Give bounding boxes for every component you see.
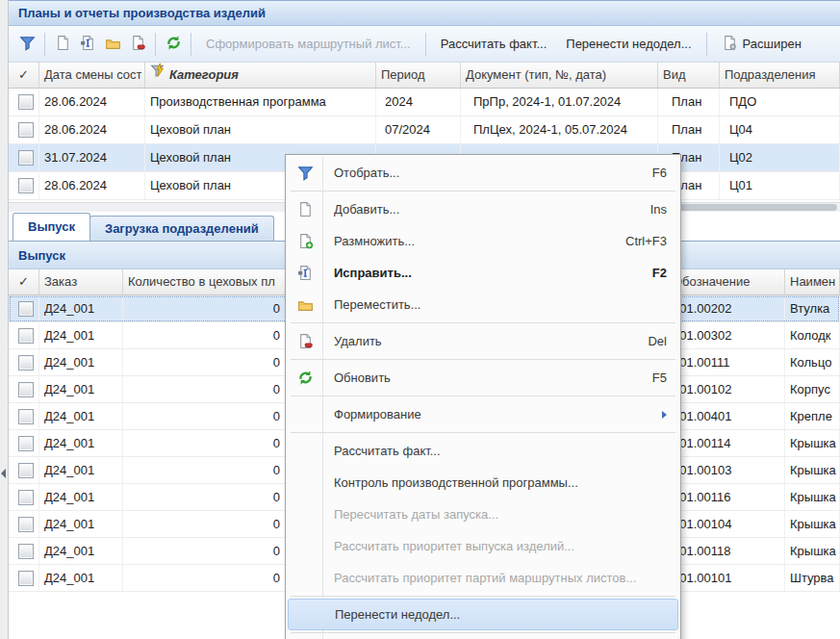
tab-vypusk[interactable]: Выпуск bbox=[13, 213, 90, 241]
column-header-document[interactable]: Документ (тип, №, дата) bbox=[461, 63, 658, 88]
cell-order: Д24_001 bbox=[39, 484, 123, 510]
menu-item-label: Рассчитать приоритет партий маршрутных л… bbox=[334, 571, 667, 585]
splitter-collapse-left-icon[interactable] bbox=[1, 469, 6, 478]
cell-kind: План bbox=[658, 89, 720, 115]
column-header-date[interactable]: Дата смены сост bbox=[39, 63, 145, 88]
row-checkbox[interactable] bbox=[18, 382, 34, 397]
row-checkbox[interactable] bbox=[18, 463, 34, 478]
create-route-sheet-button: Сформировать маршрутный лист... bbox=[196, 32, 420, 57]
cell-order: Д24_001 bbox=[39, 430, 123, 456]
add-document-button[interactable] bbox=[50, 32, 75, 57]
tab-zagruzka-podrazdelenij[interactable]: Загрузка подразделений bbox=[89, 216, 274, 241]
checkbox-cell bbox=[9, 511, 39, 537]
cell-quantity: 0 bbox=[123, 457, 288, 483]
column-header-designation[interactable]: Обозначение bbox=[668, 269, 785, 294]
menu-item-icon-empty bbox=[295, 405, 315, 424]
row-checkbox[interactable] bbox=[18, 490, 34, 505]
menu-item-shortcut: F6 bbox=[652, 166, 667, 180]
row-checkbox[interactable] bbox=[18, 544, 34, 559]
cell-quantity: 0 bbox=[123, 511, 288, 537]
calc-fact-button[interactable]: Рассчитать факт... bbox=[431, 32, 557, 57]
menu-separator bbox=[291, 191, 675, 192]
edit-document-button[interactable] bbox=[75, 32, 100, 57]
row-checkbox[interactable] bbox=[18, 328, 34, 344]
move-shortfall-button[interactable]: Перенести недодел... bbox=[556, 32, 700, 57]
cell-quantity: 0 bbox=[123, 322, 288, 348]
menu-item-filter[interactable]: Отобрать...F6 bbox=[288, 157, 678, 189]
menu-item-duplicate[interactable]: Размножить...Ctrl+F3 bbox=[288, 225, 678, 257]
menu-item-label: Размножить... bbox=[334, 234, 614, 248]
menu-separator bbox=[291, 322, 675, 323]
cell-name: Крышка bbox=[785, 484, 840, 510]
delete-document-button[interactable] bbox=[125, 32, 150, 57]
column-header-category[interactable]: Категория bbox=[145, 63, 376, 88]
row-checkbox[interactable] bbox=[18, 94, 34, 110]
cell-name: Крышка bbox=[785, 430, 840, 456]
row-checkbox[interactable] bbox=[18, 409, 34, 424]
cell-period: 07/2024 bbox=[376, 116, 461, 143]
cell-name: Кольцо bbox=[785, 349, 840, 375]
cell-name: Крепле bbox=[785, 403, 840, 429]
column-header-name[interactable]: Наимен bbox=[785, 269, 840, 294]
row-checkbox[interactable] bbox=[18, 436, 34, 451]
cell-quantity: 0 bbox=[123, 403, 288, 429]
row-checkbox[interactable] bbox=[18, 150, 34, 166]
application-window: Планы и отчеты производства изделий Сфор… bbox=[0, 0, 840, 639]
cell-designation: 001.00401 bbox=[668, 403, 785, 429]
duplicate-document-icon bbox=[295, 232, 315, 251]
menu-item-move-shortfall[interactable]: Перенести недодел... bbox=[288, 599, 678, 630]
toolbar-button-label: Сформировать маршрутный лист... bbox=[206, 37, 411, 51]
menu-item-move[interactable]: Переместить... bbox=[288, 289, 678, 320]
menu-separator bbox=[291, 396, 675, 396]
toolbar-separator bbox=[425, 33, 426, 56]
column-header-kind[interactable]: Вид bbox=[658, 63, 720, 88]
row-checkbox[interactable] bbox=[18, 355, 34, 371]
menu-item-priority-route-batches: Рассчитать приоритет партий маршрутных л… bbox=[288, 562, 678, 594]
row-checkbox[interactable] bbox=[18, 122, 34, 138]
add-document-icon bbox=[55, 35, 71, 54]
collapsed-side-panel-splitter[interactable] bbox=[0, 0, 9, 639]
column-header-quantity[interactable]: Количество в цеховых пл bbox=[123, 269, 288, 294]
column-header-order[interactable]: Заказ bbox=[39, 269, 123, 294]
submenu-arrow-icon bbox=[662, 411, 667, 419]
cell-name: Втулка bbox=[785, 295, 840, 321]
menu-item-delete[interactable]: УдалитьDel bbox=[288, 325, 678, 357]
cell-name: Колодк bbox=[785, 322, 840, 348]
column-header-departments[interactable]: Подразделения bbox=[720, 63, 840, 88]
column-header-period[interactable]: Период bbox=[376, 63, 461, 88]
menu-item-edit[interactable]: Исправить...F2 bbox=[288, 257, 678, 289]
menu-item-formation[interactable]: Формирование bbox=[288, 398, 678, 430]
filter-button[interactable] bbox=[14, 32, 39, 57]
row-checkbox[interactable] bbox=[18, 571, 34, 586]
menu-item-add[interactable]: Добавить...Ins bbox=[288, 193, 678, 225]
cell-designation: 001.00101 bbox=[668, 565, 785, 591]
menu-item-icon-empty bbox=[295, 505, 315, 524]
checkbox-cell bbox=[9, 116, 39, 143]
window-title: Планы и отчеты производства изделий bbox=[18, 6, 266, 20]
check-column-header[interactable]: ✓ bbox=[9, 269, 39, 294]
checkbox-cell bbox=[9, 484, 39, 510]
row-checkbox[interactable] bbox=[18, 178, 34, 193]
checkbox-cell bbox=[9, 403, 39, 429]
advanced-button[interactable]: Расширен bbox=[712, 32, 811, 57]
row-checkbox[interactable] bbox=[18, 517, 34, 532]
checkbox-cell bbox=[9, 295, 39, 321]
menu-item-icon-empty bbox=[295, 537, 315, 556]
cell-name: Штурва bbox=[785, 565, 840, 591]
cell-order: Д24_001 bbox=[39, 376, 123, 402]
row-checkbox[interactable] bbox=[18, 301, 34, 317]
context-menu: Отобрать...F6Добавить...InsРазмножить...… bbox=[285, 154, 681, 639]
menu-item-shortcut: F2 bbox=[652, 266, 667, 280]
menu-item-refresh[interactable]: ОбновитьF5 bbox=[288, 362, 678, 394]
table-row[interactable]: 28.06.2024Производственная программа2024… bbox=[9, 89, 840, 116]
cell-designation: 001.00104 bbox=[668, 511, 785, 537]
table-row[interactable]: 28.06.2024Цеховой план07/2024ПлЦех, 2024… bbox=[9, 116, 840, 144]
move-folder-button[interactable] bbox=[100, 32, 125, 57]
menu-item-control-program[interactable]: Контроль производственной программы... bbox=[288, 467, 678, 498]
check-column-header[interactable]: ✓ bbox=[9, 63, 39, 88]
menu-item-calc-fact[interactable]: Рассчитать факт... bbox=[288, 435, 678, 467]
cell-designation: 001.00116 bbox=[668, 484, 785, 510]
delete-document-icon bbox=[130, 35, 146, 54]
refresh-button[interactable] bbox=[161, 32, 186, 57]
cell-date: 28.06.2024 bbox=[39, 89, 145, 115]
